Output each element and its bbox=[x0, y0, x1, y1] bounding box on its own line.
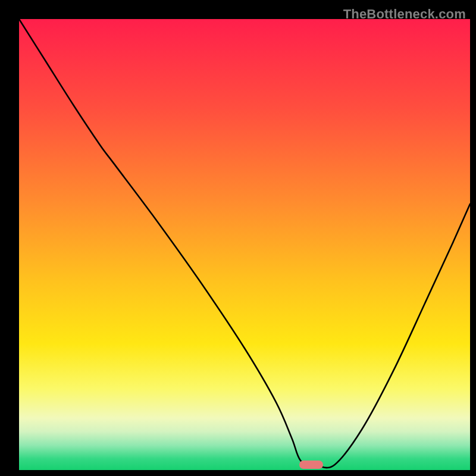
bottleneck-curve-path bbox=[19, 19, 470, 468]
chart-plot-area bbox=[19, 19, 470, 470]
bottleneck-curve bbox=[19, 19, 470, 470]
optimal-marker bbox=[299, 461, 323, 469]
chart-frame: TheBottleneck.com bbox=[7, 7, 469, 469]
watermark-label: TheBottleneck.com bbox=[343, 7, 466, 22]
